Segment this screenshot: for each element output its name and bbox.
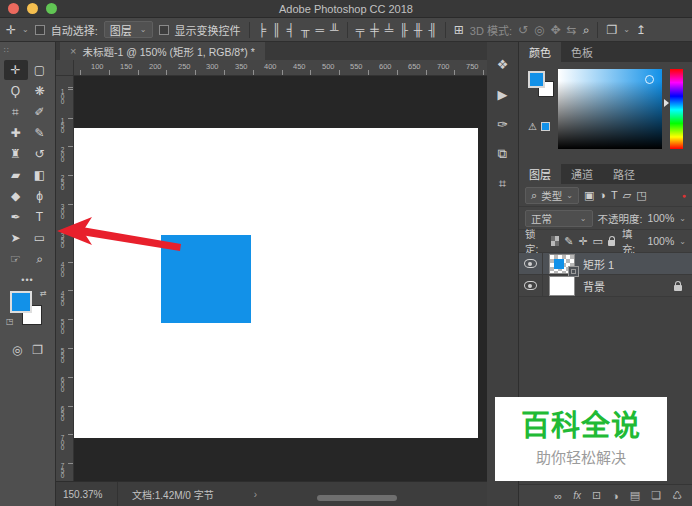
layer-mask-icon[interactable]: ⊡ xyxy=(592,489,601,502)
distribute-right-icon[interactable]: ╢ xyxy=(428,24,437,36)
layer-name[interactable]: 背景 xyxy=(583,278,605,294)
layer-effects-icon[interactable]: fx xyxy=(573,490,581,501)
path-selection-tool[interactable]: ➤ xyxy=(4,228,28,248)
tab-channels[interactable]: 通道 xyxy=(561,164,603,184)
lock-pixels-icon[interactable]: ✎ xyxy=(564,235,573,248)
delete-layer-icon[interactable]: ♺ xyxy=(672,489,682,502)
hue-slider[interactable] xyxy=(670,69,683,149)
saturation-brightness-field[interactable] xyxy=(558,69,662,149)
eye-icon[interactable] xyxy=(524,259,537,268)
brush-tool[interactable]: ✎ xyxy=(28,123,52,143)
auto-align-icon[interactable]: ⊞ xyxy=(454,24,464,36)
filter-pixel-layers-icon[interactable]: ▣ xyxy=(584,189,594,202)
lock-all-icon[interactable] xyxy=(608,240,615,246)
filter-shape-layers-icon[interactable]: ▱ xyxy=(623,189,631,202)
3d-orbit-icon[interactable]: ↺ xyxy=(518,24,528,36)
opacity-chevron-icon[interactable]: ⌄ xyxy=(679,214,686,223)
fill-chevron-icon[interactable]: ⌄ xyxy=(679,237,686,246)
blur-tool[interactable]: ◆ xyxy=(4,186,28,206)
filter-kind-dropdown[interactable]: ⌕ 类型 ⌄ xyxy=(525,187,579,204)
quick-mask-icon[interactable]: ◎ xyxy=(12,343,22,357)
spot-healing-tool[interactable]: ✚ xyxy=(4,123,28,143)
tool-preset-chevron-icon[interactable]: ⌄ xyxy=(22,25,29,34)
edit-toolbar-icon[interactable]: ••• xyxy=(0,275,55,285)
visibility-cell[interactable] xyxy=(519,253,543,274)
eye-icon[interactable] xyxy=(524,281,537,290)
opacity-value[interactable]: 100% xyxy=(647,212,674,224)
status-chevron-icon[interactable]: › xyxy=(254,489,257,500)
workspace-chevron-icon[interactable]: ⌄ xyxy=(623,25,630,34)
quick-selection-tool[interactable]: ❋ xyxy=(28,81,52,101)
eraser-tool[interactable]: ▰ xyxy=(4,165,28,185)
clone-source-panel-icon[interactable]: ⧉ xyxy=(490,142,516,166)
tab-color[interactable]: 颜色 xyxy=(519,42,561,62)
lock-artboard-icon[interactable]: ▭ xyxy=(593,235,603,248)
gradient-tool[interactable]: ◧ xyxy=(28,165,52,185)
align-bottom-icon[interactable]: ╨ xyxy=(330,24,339,36)
screen-mode-icon[interactable]: ❐ xyxy=(32,343,43,357)
dodge-tool[interactable]: ϕ xyxy=(28,186,52,206)
auto-select-checkbox[interactable] xyxy=(35,25,45,35)
distribute-bottom-icon[interactable]: ╧ xyxy=(385,24,394,36)
new-layer-icon[interactable]: ❏ xyxy=(651,489,661,502)
color-picker-marker[interactable] xyxy=(645,75,654,84)
distribute-top-icon[interactable]: ╤ xyxy=(356,24,365,36)
zoom-level-field[interactable]: 150.37% xyxy=(56,482,118,506)
ruler-origin-box[interactable] xyxy=(56,60,74,76)
lasso-tool[interactable]: Ϙ xyxy=(4,81,28,101)
auto-select-dropdown[interactable]: 图层 ⌄ xyxy=(104,21,153,38)
hue-slider-pointer[interactable] xyxy=(664,99,669,107)
default-colors-icon[interactable]: ◳ xyxy=(6,317,14,326)
swap-colors-icon[interactable]: ⇄ xyxy=(40,289,47,298)
align-top-icon[interactable]: ╥ xyxy=(301,24,310,36)
lock-transparency-icon[interactable] xyxy=(551,236,560,246)
3d-roll-icon[interactable]: ◎ xyxy=(534,24,544,36)
brush-settings-panel-icon[interactable]: ✑ xyxy=(490,112,516,136)
actions-panel-icon[interactable]: ▶ xyxy=(490,82,516,106)
fill-value[interactable]: 100% xyxy=(647,235,674,247)
close-tab-icon[interactable]: × xyxy=(70,45,76,57)
move-tool-preset-icon[interactable]: ✛ xyxy=(6,24,16,36)
clone-stamp-tool[interactable]: ♜ xyxy=(4,144,28,164)
filter-toggle[interactable]: ● xyxy=(682,192,686,199)
new-group-icon[interactable]: ▤ xyxy=(630,489,640,502)
filter-adjustment-layers-icon[interactable]: ◑ xyxy=(599,189,606,201)
3d-zoom-icon[interactable]: ⌕ xyxy=(583,24,590,36)
move-tool[interactable]: ✛ xyxy=(4,60,28,80)
eyedropper-tool[interactable]: ✐ xyxy=(28,102,52,122)
show-transform-checkbox[interactable] xyxy=(159,25,169,35)
crop-tool[interactable]: ⌗ xyxy=(4,102,28,122)
foreground-color-swatch[interactable] xyxy=(10,291,32,313)
rectangle-tool[interactable]: ▭ xyxy=(28,228,52,248)
tab-layers[interactable]: 图层 xyxy=(519,164,561,184)
extensions-panel-icon[interactable]: ❖ xyxy=(490,52,516,76)
zoom-tool[interactable]: ⌕ xyxy=(28,249,52,269)
share-icon[interactable]: ↥ xyxy=(636,24,646,36)
align-right-icon[interactable]: ╡ xyxy=(287,24,296,36)
link-layers-icon[interactable]: ∞ xyxy=(554,490,562,502)
gamut-color-swatch[interactable] xyxy=(541,122,550,131)
layer-thumbnail[interactable] xyxy=(549,276,575,296)
gamut-warning-icon[interactable]: ⚠ xyxy=(528,121,537,132)
tools-panel-grip[interactable]: ∷ xyxy=(0,42,55,58)
3d-pan-icon[interactable]: ✥ xyxy=(551,24,561,36)
layer-row-rectangle[interactable]: 矩形 1 xyxy=(519,253,692,275)
distribute-center-v-icon[interactable]: ╪ xyxy=(370,24,379,36)
type-tool[interactable]: T xyxy=(28,207,52,227)
filter-smart-objects-icon[interactable]: ◳ xyxy=(636,189,646,202)
align-center-v-icon[interactable]: ═ xyxy=(316,24,325,36)
adjustment-layer-icon[interactable]: ◑ xyxy=(612,490,619,502)
workspace-icon[interactable]: ❐ xyxy=(606,24,617,36)
layer-name[interactable]: 矩形 1 xyxy=(583,256,614,272)
tab-swatches[interactable]: 色板 xyxy=(561,42,603,62)
align-center-h-icon[interactable]: ║ xyxy=(272,24,281,36)
marquee-tool[interactable]: ▢ xyxy=(28,60,52,80)
document-canvas[interactable] xyxy=(74,128,478,438)
filter-type-layers-icon[interactable]: T xyxy=(611,189,618,201)
blend-mode-dropdown[interactable]: 正常 ⌄ xyxy=(525,210,593,227)
pen-tool[interactable]: ✒ xyxy=(4,207,28,227)
hand-tool[interactable]: ☞ xyxy=(4,249,28,269)
distribute-center-h-icon[interactable]: ╫ xyxy=(414,24,423,36)
layer-row-background[interactable]: 背景 xyxy=(519,275,692,297)
distribute-left-icon[interactable]: ╟ xyxy=(399,24,408,36)
